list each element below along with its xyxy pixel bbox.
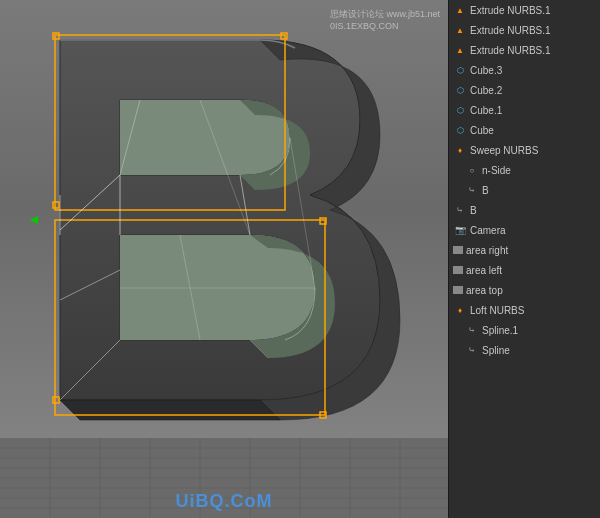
- spline-1-label: Spline.1: [482, 325, 518, 336]
- sweep-nurbs-icon: ♦: [453, 143, 467, 157]
- extrude-nurbs-icon-2: ▲: [453, 23, 467, 37]
- scene-item-extrude-nurbs-3[interactable]: ▲ Extrude NURBS.1: [449, 0, 600, 20]
- area-top-label: area top: [466, 285, 503, 296]
- b-spline-2-icon: ⤷: [453, 203, 467, 217]
- nside-label: n-Side: [482, 165, 511, 176]
- scene-item-b-spline-1[interactable]: ⤷ B: [449, 180, 600, 200]
- b-spline-1-icon: ⤷: [465, 183, 479, 197]
- scene-item-nside[interactable]: ○ n-Side: [449, 160, 600, 180]
- bottom-watermark: UiBQ.CoM: [176, 491, 273, 512]
- cube-3-label: Cube.3: [470, 65, 502, 76]
- scene-item-area-left[interactable]: area left: [449, 260, 600, 280]
- area-left-icon: [453, 266, 463, 274]
- svg-rect-18: [53, 397, 59, 403]
- cube-label: Cube: [470, 125, 494, 136]
- svg-rect-16: [53, 202, 59, 208]
- b-letter-container: [20, 20, 420, 480]
- viewport: 思绪设计论坛 www.jb51.net 0IS.1EXBQ.CON: [0, 0, 448, 518]
- scene-item-cube-2[interactable]: ⬡ Cube.2: [449, 80, 600, 100]
- spline-1-icon: ⤷: [465, 323, 479, 337]
- cube-3-icon: ⬡: [453, 63, 467, 77]
- area-left-label: area left: [466, 265, 502, 276]
- spline-icon: ⤷: [465, 343, 479, 357]
- watermark-text-1: 思绪设计论坛 www.jb51.net: [330, 8, 440, 21]
- svg-marker-21: [30, 216, 38, 224]
- sweep-nurbs-label: Sweep NURBS: [470, 145, 538, 156]
- watermark-text-2: 0IS.1EXBQ.CON: [330, 21, 440, 31]
- scene-item-area-top[interactable]: area top: [449, 280, 600, 300]
- scene-item-spline[interactable]: ⤷ Spline: [449, 340, 600, 360]
- scene-item-cube-1[interactable]: ⬡ Cube.1: [449, 100, 600, 120]
- camera-icon: 📷: [453, 223, 467, 237]
- extrude-nurbs-icon-3: ▲: [453, 3, 467, 17]
- scene-panel: ▲ Extrude NURBS.1 ▲ Extrude NURBS.1 ▲ Ex…: [448, 0, 600, 518]
- scene-item-sweep-nurbs[interactable]: ♦ Sweep NURBS: [449, 140, 600, 160]
- camera-label: Camera: [470, 225, 506, 236]
- scene-item-spline-1[interactable]: ⤷ Spline.1: [449, 320, 600, 340]
- scene-item-extrude-nurbs-1[interactable]: ▲ Extrude NURBS.1: [449, 40, 600, 60]
- area-right-icon: [453, 246, 463, 254]
- cube-1-label: Cube.1: [470, 105, 502, 116]
- scene-item-b-spline-2[interactable]: ⤷ B: [449, 200, 600, 220]
- scene-item-camera[interactable]: 📷 Camera: [449, 220, 600, 240]
- scene-item-extrude-nurbs-2[interactable]: ▲ Extrude NURBS.1: [449, 20, 600, 40]
- cube-2-icon: ⬡: [453, 83, 467, 97]
- b-spline-2-label: B: [470, 205, 477, 216]
- loft-nurbs-label: Loft NURBS: [470, 305, 524, 316]
- svg-rect-15: [281, 33, 287, 39]
- area-top-icon: [453, 286, 463, 294]
- extrude-nurbs-label-1: Extrude NURBS.1: [470, 45, 551, 56]
- scene-item-cube-3[interactable]: ⬡ Cube.3: [449, 60, 600, 80]
- extrude-nurbs-label-2: Extrude NURBS.1: [470, 25, 551, 36]
- svg-rect-14: [53, 33, 59, 39]
- scene-item-area-right[interactable]: area right: [449, 240, 600, 260]
- b-spline-1-label: B: [482, 185, 489, 196]
- spline-label: Spline: [482, 345, 510, 356]
- scene-item-loft-nurbs[interactable]: ♦ Loft NURBS: [449, 300, 600, 320]
- area-right-label: area right: [466, 245, 508, 256]
- cube-2-label: Cube.2: [470, 85, 502, 96]
- extrude-nurbs-icon-1: ▲: [453, 43, 467, 57]
- cube-1-icon: ⬡: [453, 103, 467, 117]
- cube-icon: ⬡: [453, 123, 467, 137]
- watermark-top: 思绪设计论坛 www.jb51.net 0IS.1EXBQ.CON: [330, 8, 440, 31]
- nside-icon: ○: [465, 163, 479, 177]
- extrude-nurbs-label-3: Extrude NURBS.1: [470, 5, 551, 16]
- main-container: 思绪设计论坛 www.jb51.net 0IS.1EXBQ.CON: [0, 0, 600, 518]
- scene-item-cube[interactable]: ⬡ Cube: [449, 120, 600, 140]
- b-letter-svg: [20, 20, 420, 480]
- loft-nurbs-icon: ♦: [453, 303, 467, 317]
